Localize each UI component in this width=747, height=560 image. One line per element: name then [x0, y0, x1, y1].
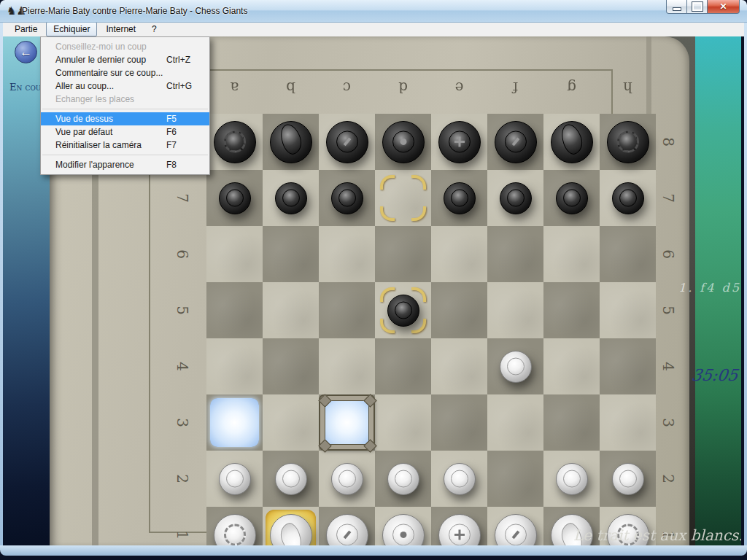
- piece-white-knight-b1[interactable]: [263, 507, 319, 547]
- piece-black-knight-g8[interactable]: [543, 114, 600, 170]
- square-b5[interactable]: [263, 282, 319, 338]
- square-e3[interactable]: [431, 394, 487, 451]
- square-g6[interactable]: [543, 226, 600, 282]
- piece-white-king-e1[interactable]: [431, 507, 487, 547]
- square-g5[interactable]: [543, 282, 600, 338]
- rank-label-left-1: 1: [155, 527, 211, 543]
- maximize-button[interactable]: [686, 0, 708, 14]
- square-b6[interactable]: [263, 226, 319, 282]
- square-f3[interactable]: [487, 394, 543, 451]
- piece-white-pawn-d2[interactable]: [375, 451, 431, 507]
- menu-item-reinitialiser-la-camera[interactable]: Réinitialiser la caméraF7: [41, 139, 209, 152]
- piece-black-queen-d8[interactable]: [375, 114, 431, 170]
- square-c6[interactable]: [319, 226, 375, 282]
- square-e5[interactable]: [431, 282, 487, 338]
- square-g3[interactable]: [543, 394, 600, 451]
- square-a5[interactable]: [206, 282, 263, 338]
- desktop: aabbccddeeffgghh1122334455667788 1. f4 d…: [0, 0, 747, 560]
- piece-black-pawn-a7[interactable]: [206, 170, 263, 226]
- square-f2[interactable]: [487, 451, 543, 507]
- piece-black-king-e8[interactable]: [431, 114, 487, 170]
- piece-black-knight-b8[interactable]: [263, 114, 319, 170]
- menu-item-label: Modifier l'apparence: [55, 160, 134, 170]
- piece-head: [451, 470, 468, 487]
- piece-black-pawn-c7[interactable]: [319, 170, 375, 226]
- bracket-corner: [411, 206, 426, 221]
- close-button[interactable]: ✕: [707, 0, 740, 14]
- square-a4[interactable]: [206, 338, 263, 394]
- file-label-top-e: e: [431, 79, 487, 96]
- piece-white-bishop-f1[interactable]: [487, 507, 543, 547]
- piece-white-pawn-a2[interactable]: [206, 451, 263, 507]
- square-e6[interactable]: [431, 226, 487, 282]
- highlight-move-a3: [210, 398, 259, 447]
- minimize-button[interactable]: [666, 0, 687, 14]
- piece-black-rook-a8[interactable]: [206, 114, 263, 170]
- file-label-top-f: f: [487, 79, 543, 96]
- piece-black-bishop-f8[interactable]: [487, 114, 543, 170]
- piece-head: [617, 131, 639, 152]
- square-b4[interactable]: [263, 338, 319, 394]
- menu-item-echanger-les-places: Echanger les places: [41, 93, 209, 106]
- menu-item-modifier-l-apparence[interactable]: Modifier l'apparenceF8: [41, 158, 209, 171]
- piece-black-pawn-h7[interactable]: [600, 170, 656, 226]
- piece-head: [338, 470, 356, 487]
- menu-item-label: Vue de dessus: [55, 114, 113, 124]
- piece-head: [392, 131, 414, 152]
- title-bar[interactable]: ♞♟ Pierre-Marie Baty contre Pierre-Marie…: [0, 0, 747, 23]
- menu-[interactable]: ?: [144, 22, 164, 36]
- menu-internet[interactable]: Internet: [98, 22, 143, 36]
- menu-separator: [42, 109, 208, 109]
- piece-white-bishop-c1[interactable]: [319, 507, 375, 547]
- piece-white-pawn-g2[interactable]: [543, 451, 600, 507]
- rank-label-left-7: 7: [155, 190, 211, 206]
- menu-item-vue-par-defaut[interactable]: Vue par défautF6: [41, 125, 209, 139]
- square-d4[interactable]: [375, 338, 431, 394]
- rank-label-left-2: 2: [155, 471, 211, 487]
- back-button[interactable]: ←: [15, 41, 37, 63]
- menu-item-commentaire-sur-ce-coup[interactable]: Commentaire sur ce coup...: [41, 66, 209, 79]
- piece-black-pawn-e7[interactable]: [431, 170, 487, 226]
- piece-head: [282, 470, 300, 487]
- game-clock: 35:05: [690, 366, 739, 384]
- piece-white-pawn-f4[interactable]: [487, 338, 543, 394]
- square-d6[interactable]: [375, 226, 431, 282]
- menu-item-annuler-le-dernier-coup[interactable]: Annuler le dernier coupCtrl+Z: [41, 53, 209, 66]
- square-d3[interactable]: [375, 394, 431, 451]
- back-arrow-icon: ←: [20, 45, 32, 60]
- file-label-top-g: g: [543, 79, 600, 96]
- window-title: Pierre-Marie Baty contre Pierre-Marie Ba…: [22, 6, 247, 16]
- menu-item-conseillez-moi-un-coup: Conseillez-moi un coup: [41, 40, 209, 53]
- menu-separator: [42, 155, 208, 155]
- square-e4[interactable]: [431, 338, 487, 394]
- piece-black-pawn-b7[interactable]: [263, 170, 319, 226]
- window-frame-right: [744, 20, 747, 550]
- piece-head: [338, 189, 356, 206]
- piece-white-pawn-h2[interactable]: [600, 451, 656, 507]
- menu-item-vue-de-dessus[interactable]: Vue de dessusF5: [41, 112, 209, 125]
- square-f6[interactable]: [487, 226, 543, 282]
- menu-partie[interactable]: Partie: [7, 22, 44, 36]
- piece-black-pawn-g7[interactable]: [543, 170, 600, 226]
- piece-white-pawn-b2[interactable]: [263, 451, 319, 507]
- square-f5[interactable]: [487, 282, 543, 338]
- piece-head: [563, 189, 581, 206]
- square-b3[interactable]: [263, 394, 319, 451]
- square-c5[interactable]: [319, 282, 375, 338]
- piece-white-rook-a1[interactable]: [206, 507, 263, 547]
- menu-echiquier[interactable]: Echiquier: [46, 22, 97, 36]
- menu-item-aller-au-coup[interactable]: Aller au coup...Ctrl+G: [41, 79, 209, 93]
- square-a6[interactable]: [206, 226, 263, 282]
- piece-head: [395, 470, 412, 487]
- menu-item-label: Vue par défaut: [55, 127, 112, 137]
- square-g4[interactable]: [543, 338, 600, 394]
- window-frame-left: [0, 20, 3, 550]
- piece-black-pawn-d5[interactable]: [375, 282, 431, 338]
- square-c4[interactable]: [319, 338, 375, 394]
- piece-white-pawn-e2[interactable]: [431, 451, 487, 507]
- piece-white-queen-d1[interactable]: [375, 507, 431, 547]
- piece-black-pawn-f7[interactable]: [487, 170, 543, 226]
- piece-black-rook-h8[interactable]: [600, 114, 656, 170]
- piece-black-bishop-c8[interactable]: [319, 114, 375, 170]
- piece-white-pawn-c2[interactable]: [319, 451, 375, 507]
